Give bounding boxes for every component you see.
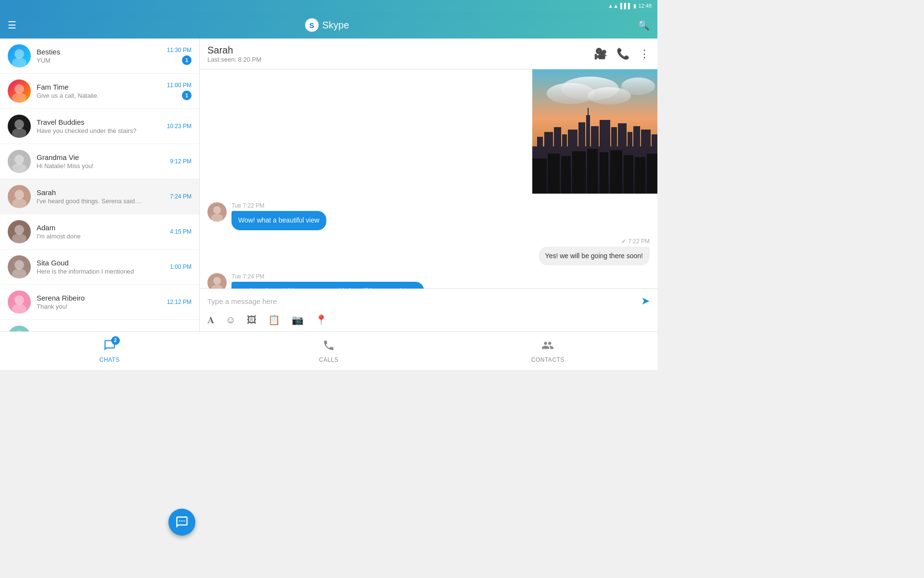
svg-point-10 xyxy=(14,225,24,235)
svg-point-0 xyxy=(14,49,24,59)
svg-point-51 xyxy=(211,214,223,222)
message-row-m3: Tue 7:24 PM I've heard good things. Sere… xyxy=(207,273,650,289)
chat-list-item-sarah[interactable]: Sarah I've heard good things. Serena sai… xyxy=(0,179,199,214)
svg-rect-34 xyxy=(618,123,627,146)
chat-meta-serena-ribeiro: 12:12 PM xyxy=(167,299,192,305)
svg-point-11 xyxy=(12,234,26,243)
msg-bubble-m3: I've heard good things. Serena said she … xyxy=(231,282,424,289)
app-title: S Skype xyxy=(305,18,349,32)
chat-list-item-grandma-vie[interactable]: Grandma Vie Hi Natalie! Miss you! 9:12 P… xyxy=(0,144,199,179)
chat-list-item-kadii-bell[interactable]: Kadii Bell 12:05 PM xyxy=(0,320,199,331)
chat-header-info: Sarah Last seen: 8:20 PM xyxy=(207,45,261,63)
more-options-icon[interactable]: ⋮ xyxy=(639,48,650,60)
chat-list-item-sita-goud[interactable]: Sita Goud Here is the information I ment… xyxy=(0,250,199,285)
search-button[interactable]: 🔍 xyxy=(638,19,650,31)
signal-icon: ▌▌▌ xyxy=(620,3,631,9)
chat-badge-besties: 1 xyxy=(182,55,192,65)
svg-rect-44 xyxy=(587,149,598,194)
camera-icon[interactable]: 📷 xyxy=(292,314,304,326)
nav-item-contacts[interactable]: CONTACTS xyxy=(438,339,657,363)
chat-meta-travel-buddies: 10:23 PM xyxy=(167,123,192,130)
chat-name-sita-goud: Sita Goud xyxy=(37,259,166,267)
svg-point-2 xyxy=(14,84,24,94)
chat-time-adam: 4:15 PM xyxy=(170,228,192,235)
chat-name-serena-ribeiro: Serena Ribeiro xyxy=(37,294,163,302)
attachment-icon[interactable]: 📋 xyxy=(268,314,280,326)
video-call-icon[interactable]: 🎥 xyxy=(594,48,607,60)
svg-point-7 xyxy=(12,163,26,173)
status-time: 12:48 xyxy=(638,3,652,9)
msg-timestamp-m3: Tue 7:24 PM xyxy=(231,273,424,280)
logo-letter: S xyxy=(309,21,314,29)
main-layout: Besties YUM 11:30 PM 1 Fam Time Give us … xyxy=(0,39,657,331)
menu-button[interactable]: ☰ xyxy=(8,19,16,31)
nav-icon-chats: 2 xyxy=(103,339,116,355)
svg-rect-29 xyxy=(578,122,585,146)
chat-list-item-serena-ribeiro[interactable]: Serena Ribeiro Thank you! 12:12 PM xyxy=(0,285,199,320)
battery-icon: ▮ xyxy=(633,3,636,9)
chat-info-besties: Besties YUM xyxy=(37,48,163,64)
svg-rect-35 xyxy=(628,132,632,146)
chat-list-item-fam-time[interactable]: Fam Time Give us a call, Natalie. 11:00 … xyxy=(0,74,199,109)
chat-name-fam-time: Fam Time xyxy=(37,83,163,91)
svg-rect-45 xyxy=(600,152,608,194)
chat-preview-besties: YUM xyxy=(37,57,142,64)
svg-rect-43 xyxy=(572,151,586,194)
chat-list-item-besties[interactable]: Besties YUM 11:30 PM 1 xyxy=(0,39,199,74)
svg-point-3 xyxy=(12,93,26,103)
chat-list-item-travel-buddies[interactable]: Travel Buddies Have you checked under th… xyxy=(0,109,199,144)
chat-area: Sarah Last seen: 8:20 PM 🎥 📞 ⋮ xyxy=(200,39,657,331)
svg-rect-28 xyxy=(568,130,578,146)
chat-badge-fam-time: 1 xyxy=(182,91,192,100)
chat-info-adam: Adam I'm almost done xyxy=(37,223,166,240)
send-button[interactable]: ➤ xyxy=(641,295,650,307)
location-icon[interactable]: 📍 xyxy=(315,314,327,326)
svg-rect-33 xyxy=(611,127,617,146)
msg-sent-info-m2: ✓ 7:22 PM xyxy=(207,238,650,245)
chat-preview-grandma-vie: Hi Natalie! Miss you! xyxy=(37,162,142,170)
emoji-icon[interactable]: ☺ xyxy=(226,315,235,326)
chat-header-actions: 🎥 📞 ⋮ xyxy=(594,48,650,60)
svg-point-14 xyxy=(14,295,24,305)
chat-preview-adam: I'm almost done xyxy=(37,233,142,240)
svg-rect-30 xyxy=(586,115,590,146)
svg-rect-36 xyxy=(633,126,640,146)
chat-list-item-adam[interactable]: Adam I'm almost done 4:15 PM xyxy=(0,214,199,250)
input-area: ➤ 𝐀 ☺ 🖼 📋 📷 📍 xyxy=(200,289,657,331)
msg-timestamp-m1: Tue 7:22 PM xyxy=(231,202,326,209)
chat-meta-besties: 11:30 PM 1 xyxy=(167,47,192,65)
message-input[interactable] xyxy=(207,297,637,305)
svg-point-6 xyxy=(14,155,24,164)
svg-point-52 xyxy=(213,277,221,285)
search-icon: 🔍 xyxy=(638,20,650,30)
svg-point-16 xyxy=(14,330,24,331)
messages-area: Tue 7:22 PM Wow! what a beautiful view ✓… xyxy=(200,69,657,289)
svg-rect-26 xyxy=(554,127,561,146)
text-format-icon[interactable]: 𝐀 xyxy=(207,315,214,326)
message-avatar-m3 xyxy=(207,273,227,289)
chat-avatar-besties xyxy=(8,44,31,67)
app-header: ☰ S Skype 🔍 xyxy=(0,12,657,39)
chat-name-travel-buddies: Travel Buddies xyxy=(37,118,163,126)
status-bar: ▲▲ ▌▌▌ ▮ 12:48 xyxy=(0,0,657,12)
city-image xyxy=(532,69,657,194)
chat-preview-serena-ribeiro: Thank you! xyxy=(37,303,142,310)
chat-time-sarah: 7:24 PM xyxy=(170,193,192,200)
svg-point-15 xyxy=(12,304,26,314)
voice-call-icon[interactable]: 📞 xyxy=(616,48,629,60)
svg-point-1 xyxy=(12,58,26,67)
chat-meta-sarah: 7:24 PM xyxy=(170,193,192,200)
image-icon[interactable]: 🖼 xyxy=(247,315,257,326)
nav-item-chats[interactable]: 2 CHATS xyxy=(0,339,219,363)
chat-preview-sita-goud: Here is the information I mentioned xyxy=(37,268,142,275)
chat-time-sita-goud: 1:00 PM xyxy=(170,263,192,270)
chat-meta-adam: 4:15 PM xyxy=(170,228,192,235)
chat-preview-sarah: I've heard good things. Serena said she … xyxy=(37,197,142,205)
chat-time-travel-buddies: 10:23 PM xyxy=(167,123,192,130)
chat-avatar-sarah xyxy=(8,185,31,208)
chat-list: Besties YUM 11:30 PM 1 Fam Time Give us … xyxy=(0,39,200,331)
chat-info-serena-ribeiro: Serena Ribeiro Thank you! xyxy=(37,294,163,310)
chat-time-fam-time: 11:00 PM xyxy=(167,82,192,89)
nav-item-calls[interactable]: CALLS xyxy=(219,339,438,363)
chat-name-besties: Besties xyxy=(37,48,163,56)
